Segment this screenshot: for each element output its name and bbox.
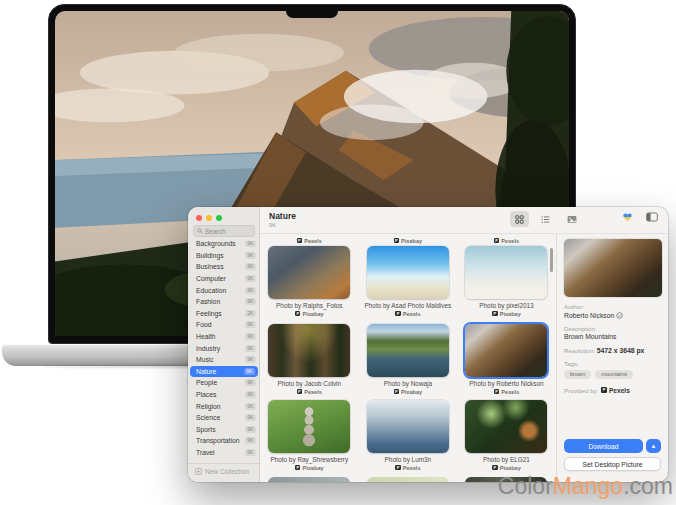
sidebar-item-sports[interactable]: Sports9K [188,424,260,436]
sidebar-item-education[interactable]: Education9K [188,284,260,296]
list-view-button[interactable] [536,211,555,227]
sidebar-item-science[interactable]: Science9K [188,412,260,424]
download-options-button[interactable]: ▲ [646,439,661,453]
photo-source: PPexels [297,238,322,244]
close-button[interactable] [196,215,202,221]
sidebar-item-food[interactable]: Food9K [188,319,260,331]
sidebar-item-religion[interactable]: Religion9K [188,400,260,412]
colormango-watermark: ColorMango.com [498,473,673,500]
pixabay-icon: P [295,465,301,471]
resolution-label: Resolution: [564,347,595,354]
photo-thumbnail-selected[interactable] [465,324,547,377]
photo-source: PPixabay [295,465,324,471]
sidebar-item-count: 9K [245,252,256,259]
partial-top-row: PPexels PPixabay PPexels [260,236,556,244]
download-button[interactable]: Download [564,439,643,453]
pexels-icon: P [601,387,607,393]
sidebar-item-label: Fashion [196,298,220,305]
search-input[interactable]: Search [193,225,255,237]
description-label: Description: [564,325,661,332]
sidebar-item-places[interactable]: Places9K [188,389,260,401]
ukraine-heart-icon[interactable] [622,212,633,222]
provided-by-row: Provided by: P Pexels [564,387,661,394]
sidebar-item-people[interactable]: People9K [188,377,260,389]
sidebar-item-business[interactable]: Business9K [188,261,260,273]
sidebar-item-nature-selected[interactable]: Nature9K [190,366,258,378]
verified-icon[interactable] [616,312,623,319]
photo-thumb-partial[interactable] [268,477,350,482]
sidebar-item-travel[interactable]: Travel9K [188,447,260,459]
photo-caption: Photo by Ray_Shrewsberry [270,456,348,463]
photo-source: PPexels [395,311,420,317]
photo-source: PPexels [297,389,322,395]
description-value: Brown Mountains [564,333,661,340]
sidebar: Search Backgrounds9K Buildings9K Busines… [188,207,260,482]
sidebar-item-backgrounds[interactable]: Backgrounds9K [188,241,260,250]
photo-thumbnail[interactable] [367,324,449,377]
photo-caption: Photo by Ralphs_Fotos [276,302,342,309]
new-collection-button[interactable]: New Collection [188,463,260,478]
tag-chip[interactable]: mountains [595,370,633,379]
selected-photo-preview [564,239,662,297]
view-mode-switcher [510,211,581,227]
photo-thumbnail[interactable] [367,400,449,453]
sidebar-item-computer[interactable]: Computer9K [188,273,260,285]
photo-card-squirrel[interactable]: Photo by Ralphs_Fotos PPixabay [260,246,359,317]
photo-card-winter-beach[interactable]: Photo by pixel2013 PPixabay [457,246,556,317]
photo-card-brown-mountains-selected[interactable]: Photo by Roberto Nickson PPexels [457,324,556,395]
category-list: Backgrounds9K Buildings9K Business9K Com… [188,241,260,463]
pixabay-icon: P [492,311,498,317]
photo-source: PPixabay [492,465,521,471]
photo-card-mushrooms[interactable]: Photo by ELG21 PPixabay [457,400,556,471]
photo-card-maldives-beach[interactable]: Photo by Asad Photo Maldives PPexels [359,246,458,317]
photo-thumbnail[interactable] [367,246,449,299]
sidebar-item-label: Backgrounds [196,241,236,247]
minimize-button[interactable] [206,215,212,221]
photo-row: Photo by Jacob Colvin PPexels Photo by N… [260,324,556,395]
sidebar-item-transportation[interactable]: Transportation9K [188,435,260,447]
pexels-icon: P [395,311,401,317]
photo-thumbnail[interactable] [465,400,547,453]
photo-source: PPexels [494,389,519,395]
page-title: Nature [269,211,296,221]
image-view-button[interactable] [562,211,581,227]
sidebar-item-industry[interactable]: Industry9K [188,342,260,354]
sidebar-item-health[interactable]: Health9K [188,331,260,343]
photo-card-lake[interactable]: Photo by Nowaja PPixabay [359,324,458,395]
photo-card-forest[interactable]: Photo by Jacob Colvin PPexels [260,324,359,395]
photo-card-stacked-stones[interactable]: Photo by Ray_Shrewsberry PPixabay [260,400,359,471]
grid-view-button[interactable] [510,211,529,227]
photo-thumbnail[interactable] [268,400,350,453]
wallpaper-app-window: Search Backgrounds9K Buildings9K Busines… [188,207,668,482]
tag-chip[interactable]: brown [564,370,591,379]
pixabay-icon: P [295,311,301,317]
photo-source: PPixabay [295,311,324,317]
tags-label: Tags: [564,360,661,367]
sidebar-item-fashion[interactable]: Fashion9K [188,296,260,308]
photo-thumbnail[interactable] [465,246,547,299]
sidebar-item-music[interactable]: Music9K [188,354,260,366]
sidebar-item-count: 9K [245,414,256,421]
plus-square-icon [195,468,202,475]
sidebar-item-count: 9K [244,368,255,375]
action-buttons: Download ▲ Set Desktop Picture [564,439,661,471]
grid-scrollbar[interactable] [550,248,553,272]
sidebar-item-label: Feelings [196,310,222,317]
sidebar-item-count: 9K [245,345,256,352]
sidebar-item-feelings[interactable]: Feelings2K [188,308,260,320]
macbook-notch [286,5,338,18]
toggle-sidebar-icon[interactable] [646,212,658,222]
sidebar-item-count: 9K [245,287,256,294]
photo-thumb-partial[interactable] [367,477,449,482]
zoom-button[interactable] [216,215,222,221]
photo-thumbnail[interactable] [268,246,350,299]
sidebar-item-buildings[interactable]: Buildings9K [188,250,260,262]
photo-card-foggy-mountains[interactable]: Photo by Lum3n PPexels [359,400,458,471]
details-panel: Author: Roberto Nickson Description: Bro… [556,234,668,482]
photo-source: PPixabay [492,311,521,317]
set-desktop-picture-button[interactable]: Set Desktop Picture [564,457,661,471]
provider-value: P Pexels [601,387,629,394]
photo-row: Photo by Ray_Shrewsberry PPixabay Photo … [260,400,556,471]
photo-thumbnail[interactable] [268,324,350,377]
tag-list: brown mountains [564,370,661,379]
